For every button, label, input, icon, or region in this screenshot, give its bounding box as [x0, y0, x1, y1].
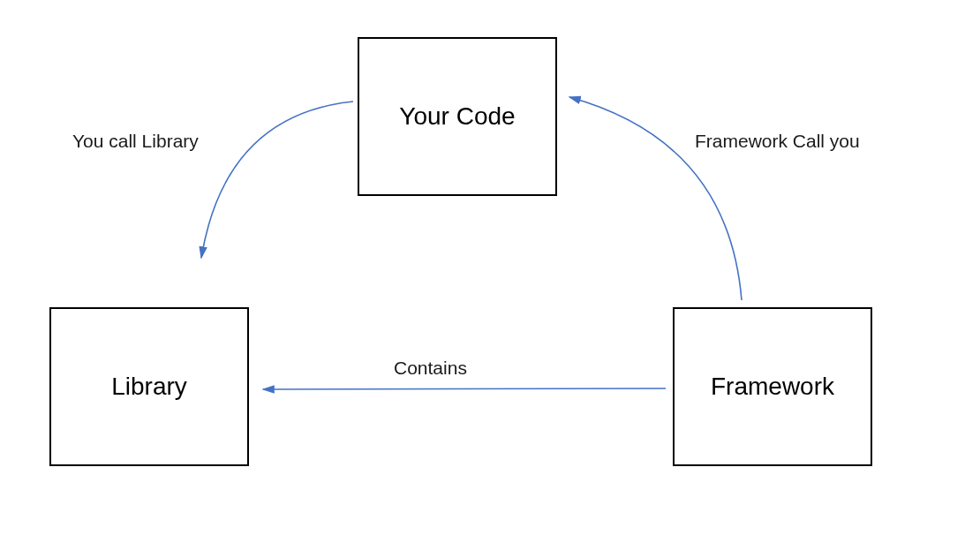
box-library: Library: [49, 307, 249, 466]
box-library-label: Library: [111, 373, 187, 401]
box-framework-label: Framework: [711, 373, 834, 401]
box-yourcode: Your Code: [358, 37, 557, 196]
arrow-framework-to-yourcode: [569, 97, 742, 300]
box-yourcode-label: Your Code: [399, 102, 515, 131]
arrow-yourcode-to-library: [201, 102, 353, 258]
label-contains: Contains: [394, 358, 467, 379]
arrow-framework-to-library: [263, 388, 666, 389]
label-you-call-library: You call Library: [72, 131, 199, 152]
label-framework-call-you: Framework Call you: [695, 131, 860, 152]
box-framework: Framework: [673, 307, 872, 466]
